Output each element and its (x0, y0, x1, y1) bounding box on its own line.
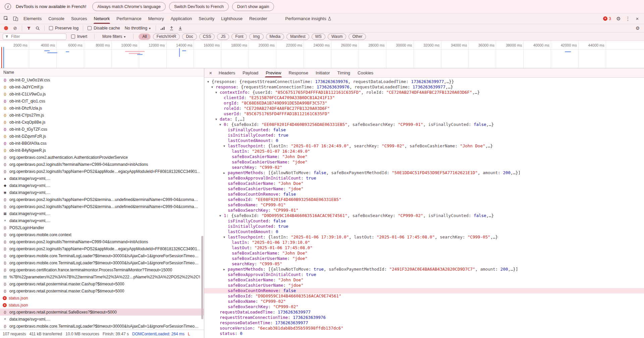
preview-tree-row[interactable]: responseDataSentTime: 1736263639977 (204, 320, 644, 326)
preview-tree-row[interactable]: safeBoxCashierName: "John Doe" (204, 181, 644, 186)
requests-scrollbar[interactable] (201, 77, 204, 329)
tab-network[interactable]: Network (91, 13, 113, 24)
tab-security[interactable]: Security (195, 13, 218, 24)
filter-chip-other[interactable]: Other (348, 33, 366, 40)
request-row[interactable]: ◉data:image/svg+xml,… (0, 189, 204, 196)
preview-tree-row[interactable]: requestStreamConnectionTime: 17362636399… (204, 315, 644, 320)
detail-tab-headers[interactable]: Headers (215, 68, 239, 77)
filter-chip-ws[interactable]: WS (312, 33, 325, 40)
expander-icon[interactable]: ▼ (223, 143, 228, 149)
name-column-header[interactable]: Name (0, 68, 204, 76)
filter-chip-media[interactable]: Media (266, 33, 284, 40)
preview-tree-row[interactable]: safeBoxSearchKey: "CP999-01" (204, 208, 644, 213)
network-conditions-icon[interactable] (158, 26, 167, 30)
filter-toggle-icon[interactable] (24, 26, 33, 30)
import-har-icon[interactable] (167, 26, 176, 30)
console-error-badge[interactable]: × 3 (603, 16, 611, 21)
filter-chip-all[interactable]: All (139, 33, 150, 40)
close-devtools-icon[interactable]: × (633, 16, 642, 21)
request-row[interactable]: {}org.openbravo.retail.posterminal.SafeB… (0, 309, 204, 316)
expander-icon[interactable]: ▼ (219, 213, 224, 218)
request-row[interactable]: {}org.openbravo.pos2.loginutils?appName=… (0, 196, 204, 203)
preview-tree-row[interactable]: ▶paymentMethods: [{allowNotToMove: true,… (204, 267, 644, 272)
inspect-element-icon[interactable] (1, 13, 11, 24)
request-row[interactable]: {}org.openbravo.mobile.core.TerminalLogL… (0, 259, 204, 266)
preview-tree-row[interactable]: ▼0: {safeBoxId: "EE08F0201F4D460B93256DA… (204, 122, 644, 127)
request-row[interactable]: ×data:image/svg+xml,… (0, 316, 204, 323)
preview-tree-row[interactable]: safeBoxCashierName: "John Doe" (204, 277, 644, 283)
preview-tree-row[interactable]: safeBoxId: "EE08F0201F4D460B93256DAE0633… (204, 197, 644, 202)
request-row[interactable]: {}ob-init-B4yNgweR.js (0, 147, 204, 154)
request-row[interactable]: ×data:image/svg+xml,… (0, 217, 204, 224)
detail-tab-cookies[interactable]: Cookies (354, 68, 377, 77)
tab-application[interactable]: Application (167, 13, 196, 24)
network-settings-gear-icon[interactable]: ⚙ (633, 25, 642, 31)
expander-icon[interactable]: ▼ (207, 79, 212, 84)
infobar-button-switch-devtools-to-french[interactable]: Switch DevTools to French (169, 2, 229, 11)
preview-tree-row[interactable]: orgId: "8C68E6EDA1B749D991DE5DA99BF3C573… (204, 100, 644, 106)
preview-tree-row[interactable]: isInitiallyCounted: true (204, 133, 644, 138)
request-row[interactable]: {}org.openbravo.mobile.core.TerminalLogL… (0, 323, 204, 330)
request-row[interactable]: ▤%7B%22parameters%22%3A%7B%22terminalTim… (0, 273, 204, 280)
preview-tree-row[interactable]: sourceVersion: "6ecab381dab8bd35b59598ff… (204, 326, 644, 331)
disable-cache-checkbox[interactable]: Disable cache (86, 26, 122, 30)
preview-tree-row[interactable]: ▼1: {safeBoxId: "D9D0959C104B466083516AC… (204, 213, 644, 218)
preview-tree-row[interactable]: safeBoxCashierUserName: "jdoe" (204, 186, 644, 192)
preview-tree-row[interactable]: searchKey: "C999-05" (204, 261, 644, 267)
request-row[interactable]: {}ob-init-DhzfUzla.js (0, 105, 204, 112)
preview-tree-row[interactable]: safeBoxCashierUserName: "jdoe" (204, 159, 644, 165)
request-row[interactable]: {}org.openbravo.retail.posterminal.maste… (0, 280, 204, 287)
clear-icon[interactable]: ⊘ (11, 25, 19, 31)
tab-sources[interactable]: Sources (68, 13, 91, 24)
detail-tab-timing[interactable]: Timing (334, 68, 354, 77)
more-filters-select[interactable]: More filters ▾ (100, 34, 128, 39)
request-row[interactable]: {}org.openbravo.pos2.loginutils?terminal… (0, 161, 204, 168)
close-detail-icon[interactable]: × (206, 68, 215, 77)
invert-checkbox[interactable]: Invert (69, 34, 89, 39)
preview-tree-row[interactable]: ▼lastTouchpoint: {lastIn: "2025-01-06 17… (204, 234, 644, 240)
detail-tab-response[interactable]: Response (285, 68, 312, 77)
request-row[interactable]: {}ob-init-Ja3YCmIf.js (0, 83, 204, 90)
request-row[interactable]: {}ob-init-CtT_qio1.css (0, 97, 204, 105)
throttling-select[interactable]: No throttling ▾ (122, 26, 153, 30)
detail-tab-preview[interactable]: Preview (262, 68, 285, 77)
preview-tree-row[interactable]: isInitiallyCounted: true (204, 224, 644, 229)
preview-tree-row[interactable]: isFinallyCounted: false (204, 127, 644, 133)
request-row[interactable]: {}ob-init-CYps27lm.js (0, 112, 204, 119)
request-row[interactable]: {}org.openbravo.retail.posterminal.maste… (0, 287, 204, 294)
preview-tree-row[interactable]: safeBoxCountOnRemove: false (204, 288, 644, 293)
timeline-overview[interactable]: 2000 ms4000 ms6000 ms8000 ms10000 ms1200… (0, 41, 644, 68)
tab-console[interactable]: Console (45, 13, 68, 24)
device-toolbar-icon[interactable] (11, 13, 20, 24)
request-row[interactable]: {}ob-init-BBGfA0la.css (0, 140, 204, 147)
tab-performance[interactable]: Performance (113, 13, 145, 24)
preview-tree-row[interactable]: requestDataLoadedTime: 1736263639977 (204, 310, 644, 315)
request-row[interactable]: {}org.openbravo.pos2.loginutils?appName=… (0, 245, 204, 252)
expander-icon[interactable]: ▶ (223, 267, 228, 272)
request-row[interactable]: {}org.openbravo.pos2.loginutils?appName=… (0, 203, 204, 210)
expander-icon[interactable]: ▼ (211, 84, 216, 90)
preview-tree-row[interactable]: lastIn: "2025-01-06 17:39:10.0" (204, 240, 644, 245)
search-icon[interactable] (33, 26, 42, 30)
filter-input[interactable] (3, 33, 66, 40)
preview-tree-row[interactable]: roleId: "CE720AB274DF4A8FBC27FB1320A03D6… (204, 106, 644, 111)
preview-tree-row[interactable]: ▼data: [,…] (204, 117, 644, 122)
preview-tree-row[interactable]: searchKey: "C999-02" (204, 165, 644, 170)
filter-chip-doc[interactable]: Doc (182, 33, 197, 40)
filter-text-field[interactable] (10, 34, 64, 39)
request-row[interactable]: {}org.openbravo.pos2.loginutils?appName=… (0, 168, 204, 175)
preview-tree-row[interactable]: safeBoxName: "CP999-01" (204, 202, 644, 208)
request-row[interactable]: {}org.openbravo.pos2.loginutils?terminal… (0, 238, 204, 245)
preview-tree-row[interactable]: lastIn: "2025-01-07 16:24:49.0" (204, 149, 644, 154)
preview-tree-row[interactable]: safeBoxName: "CP999-02" (204, 299, 644, 304)
request-row[interactable]: ▲data:image/svg+xml,… (0, 175, 204, 182)
request-row[interactable]: {}ob-init-C1LV9wCu.js (0, 90, 204, 97)
preview-tree-row[interactable]: ▼lastTouchpoint: {lastIn: "2025-01-07 16… (204, 143, 644, 149)
tab-recorder[interactable]: Recorder (246, 13, 270, 24)
preview-tree-row[interactable]: lastCountedAmount: 0 (204, 138, 644, 143)
filter-chip-font[interactable]: Font (231, 33, 247, 40)
expander-icon[interactable]: ▶ (223, 170, 228, 176)
preview-tree-row[interactable]: safeBoxCashierUserName: "jdoe" (204, 256, 644, 261)
settings-gear-icon[interactable]: ⚙ (614, 16, 623, 22)
filter-chip-css[interactable]: CSS (199, 33, 215, 40)
